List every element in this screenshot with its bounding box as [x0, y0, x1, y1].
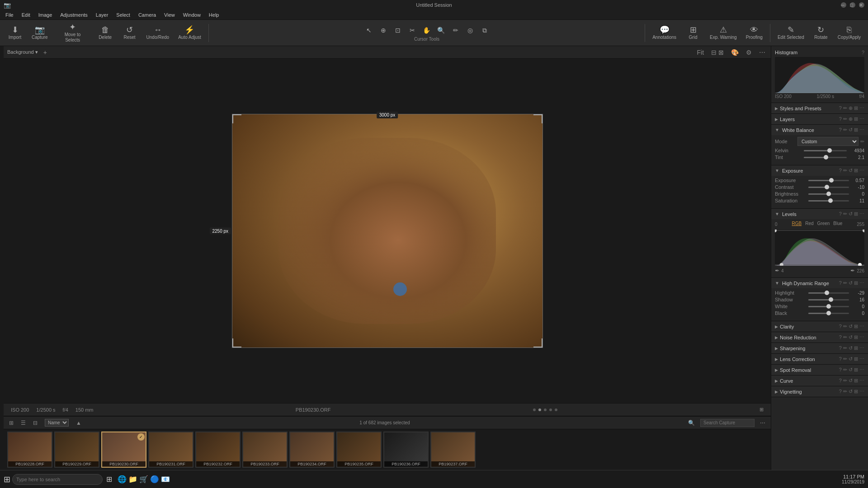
cursor-zoom-tool[interactable]: 🔍	[435, 24, 448, 37]
highlight-thumb[interactable]	[825, 291, 829, 295]
filmstrip-thumb-3[interactable]: PB190231.ORF	[148, 432, 193, 468]
cursor-healing-tool[interactable]: ◎	[464, 24, 476, 37]
taskbar-folder-icon[interactable]: 📁	[128, 475, 137, 483]
kelvin-thumb[interactable]	[827, 148, 832, 153]
rotate-button[interactable]: ↻ Rotate	[810, 24, 832, 42]
levels-eyedropper-black[interactable]: ✒	[775, 267, 779, 274]
menu-window[interactable]: Window	[179, 11, 204, 19]
exposure-track[interactable]	[808, 180, 849, 181]
wb-mode-select[interactable]: Custom	[797, 137, 859, 146]
menu-adjustments[interactable]: Adjustments	[57, 11, 91, 19]
cursor-crosshair-tool[interactable]: ⊕	[377, 24, 390, 37]
taskbar-chrome-icon[interactable]: 🔵	[150, 475, 159, 483]
filmstrip-thumb-8[interactable]: PB190236.ORF	[383, 432, 429, 468]
filmstrip-thumb-0[interactable]: PB190228.ORF	[7, 432, 52, 468]
exposure-thumb[interactable]	[829, 178, 834, 183]
maximize-button[interactable]: □	[850, 2, 855, 8]
delete-button[interactable]: 🗑 Delete	[94, 24, 117, 42]
kelvin-track[interactable]	[804, 150, 847, 151]
taskbar-store-icon[interactable]: 🛒	[139, 475, 148, 483]
contrast-thumb[interactable]	[825, 185, 829, 189]
levels-tab-rgb[interactable]: RGB	[792, 221, 802, 226]
saturation-thumb[interactable]	[828, 198, 833, 203]
cursor-lasso-tool[interactable]: ✂	[406, 24, 419, 37]
taskbar-mail-icon[interactable]: 📧	[161, 475, 170, 483]
taskbar-search[interactable]	[12, 474, 103, 485]
proofing-button[interactable]: 👁 Proofing	[742, 24, 766, 42]
black-thumb[interactable]	[826, 311, 831, 315]
taskbar-task-view[interactable]: ⊞	[106, 475, 112, 483]
cursor-clone-tool[interactable]: ⧉	[478, 24, 491, 37]
white-balance-header[interactable]: ▼ White Balance ? ✏ ↺ ⊞ ⋯	[771, 125, 868, 135]
search-input[interactable]	[700, 419, 755, 427]
vignetting-section[interactable]: ▶ Vignetting ? ✏ ↺ ⊞ ⋯	[771, 386, 868, 397]
brightness-track[interactable]	[808, 193, 849, 195]
minimize-button[interactable]: ─	[841, 2, 846, 8]
view-options[interactable]: ⊟ ⊠	[709, 48, 726, 57]
filmstrip-thumb-2[interactable]: ✓ PB190230.ORF	[101, 432, 146, 468]
levels-eyedropper-white[interactable]: ✒	[850, 267, 855, 274]
cursor-pen-tool[interactable]: ✏	[449, 24, 462, 37]
filmstrip-thumb-9[interactable]: PB190237.ORF	[430, 432, 476, 468]
shadow-thumb[interactable]	[829, 297, 833, 302]
levels-tab-blue[interactable]: Blue	[833, 221, 842, 226]
histogram-help[interactable]: ?	[862, 50, 864, 55]
filmstrip-thumb-4[interactable]: PB190232.ORF	[195, 432, 241, 468]
fit-button[interactable]: Fit	[695, 48, 706, 57]
tint-track[interactable]	[804, 157, 847, 158]
spot-removal-section[interactable]: ▶ Spot Removal ? ✏ ↺ ⊞ ⋯	[771, 365, 868, 375]
filmstrip-grid-view[interactable]: ⊞	[7, 419, 15, 427]
styles-presets-section[interactable]: ▶ Styles and Presets ? ✏ ⊕ ⊞ ⋯	[771, 103, 868, 114]
filmstrip-thumb-7[interactable]: PB190235.ORF	[336, 432, 382, 468]
sharpening-section[interactable]: ▶ Sharpening ? ✏ ↺ ⊞ ⋯	[771, 343, 868, 354]
search-icon[interactable]: 🔍	[686, 419, 697, 427]
cursor-crop-tool[interactable]: ⊡	[392, 24, 404, 37]
exp-warning-button[interactable]: ⚠ Exp. Warning	[706, 24, 741, 42]
menu-camera[interactable]: Camera	[135, 11, 160, 19]
cursor-pan-tool[interactable]: ✋	[420, 24, 433, 37]
filmstrip-thumb-5[interactable]: PB190233.ORF	[242, 432, 288, 468]
layers-dropdown[interactable]: Background ▾	[7, 49, 38, 55]
levels-tab-green[interactable]: Green	[817, 221, 830, 226]
black-track[interactable]	[808, 313, 849, 314]
menu-help[interactable]: Help	[205, 11, 223, 19]
brightness-thumb[interactable]	[826, 192, 831, 196]
cursor-arrow-tool[interactable]: ↖	[363, 24, 375, 37]
menu-image[interactable]: Image	[35, 11, 56, 19]
white-thumb[interactable]	[826, 304, 831, 309]
noise-reduction-section[interactable]: ▶ Noise Reduction ? ✏ ↺ ⊞ ⋯	[771, 332, 868, 343]
exposure-header[interactable]: ▼ Exposure ? ✏ ↺ ⊞ ⋯	[771, 165, 868, 176]
annotations-button[interactable]: 💬 Annotations	[649, 24, 680, 42]
tint-thumb[interactable]	[824, 155, 828, 160]
sort-select[interactable]: Name	[45, 419, 69, 427]
highlight-track[interactable]	[808, 292, 849, 294]
menu-file[interactable]: File	[2, 11, 17, 19]
saturation-track[interactable]	[808, 200, 849, 202]
undo-redo-button[interactable]: ↔ Undo/Redo	[143, 24, 173, 42]
menu-select[interactable]: Select	[113, 11, 134, 19]
color-picker-button[interactable]: 🎨	[729, 48, 741, 57]
levels-tab-red[interactable]: Red	[805, 221, 813, 226]
levels-header[interactable]: ▼ Levels ? ✏ ↺ ⊞ ⋯	[771, 209, 868, 219]
start-button[interactable]: ⊞	[4, 474, 10, 484]
filmstrip-list-view[interactable]: ☰	[19, 419, 28, 427]
filmstrip-more[interactable]: ⋯	[758, 419, 767, 427]
white-track[interactable]	[808, 306, 849, 307]
copy-apply-button[interactable]: ⎘ Copy/Apply	[834, 24, 864, 42]
filmstrip-thumb-1[interactable]: PB190229.ORF	[54, 432, 99, 468]
menu-layer[interactable]: Layer	[92, 11, 112, 19]
grid-button[interactable]: ⊞ Grid	[682, 24, 704, 42]
edit-selected-button[interactable]: ✎ Edit Selected	[774, 24, 808, 42]
curve-section[interactable]: ▶ Curve ? ✏ ↺ ⊞ ⋯	[771, 375, 868, 386]
close-button[interactable]: ✕	[859, 2, 864, 8]
filmstrip-sort-dropdown[interactable]: Name	[43, 418, 71, 427]
canvas-settings[interactable]: ⚙	[744, 48, 754, 57]
lens-correction-section[interactable]: ▶ Lens Correction ? ✏ ↺ ⊞ ⋯	[771, 354, 868, 365]
reset-button[interactable]: ↺ Reset	[118, 24, 141, 42]
taskbar-edge-icon[interactable]: 🌐	[118, 475, 127, 483]
layout-grid-icon[interactable]: ⊞	[760, 407, 764, 413]
move-to-selects-button[interactable]: ✦ Move to Selects	[53, 21, 92, 45]
layers-section[interactable]: ▶ Layers ? ✏ ⊕ ⊞ ⋯	[771, 114, 868, 125]
canvas-more[interactable]: ⋯	[757, 48, 767, 57]
hdr-header[interactable]: ▼ High Dynamic Range ? ✏ ↺ ⊞ ⋯	[771, 278, 868, 288]
